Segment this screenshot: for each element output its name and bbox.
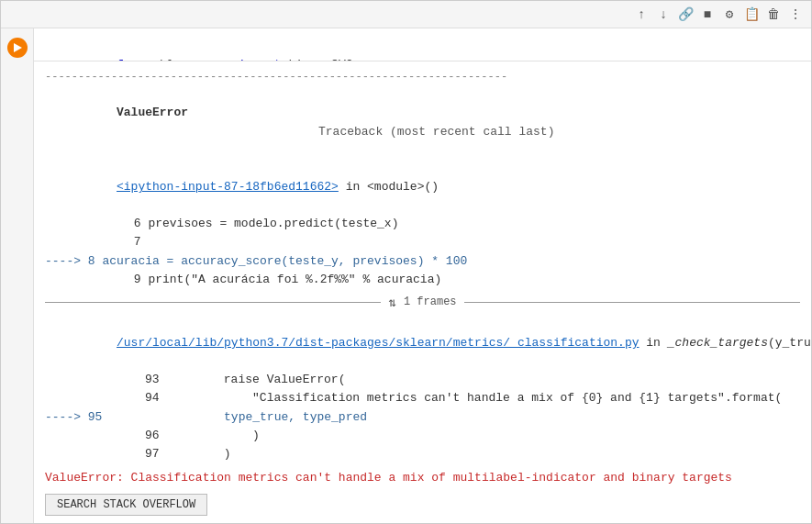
file-path-line: /usr/local/lib/python3.7/dist-packages/s… [45, 316, 800, 371]
input-link[interactable]: <ipython-input-87-18fb6ed11662> [117, 180, 339, 194]
error-section: ----------------------------------------… [34, 61, 811, 523]
tb-line7: 7 [45, 233, 800, 251]
fn-name: _check_targets [668, 336, 768, 350]
frames-row: ⇅ 1 frames [45, 295, 800, 310]
file-path-link[interactable]: /usr/local/lib/python3.7/dist-packages/s… [117, 336, 640, 350]
code-line-1: from sklearn.svm import LinearSVC [45, 38, 800, 61]
input-link-line: <ipython-input-87-18fb6ed11662> in <modu… [45, 160, 800, 215]
traceback-label: Traceback (most recent call last) [117, 125, 554, 139]
frames-line-left [45, 302, 381, 303]
fn-args: (y_true, y_pred) [768, 336, 811, 350]
move-up-icon[interactable]: ↑ [633, 6, 650, 23]
tb-line94: 94 "Classification metrics can't handle … [45, 389, 800, 407]
cell-content: from sklearn.svm import LinearSVC from s… [1, 28, 811, 523]
cell-toolbar: ↑ ↓ 🔗 ■ ⚙ 📋 🗑 ⋮ [1, 1, 811, 28]
code-area: from sklearn.svm import LinearSVC from s… [34, 28, 811, 61]
notebook-cell: ↑ ↓ 🔗 ■ ⚙ 📋 🗑 ⋮ from sklearn.svm import … [0, 0, 812, 524]
error-type: ValueError [117, 106, 188, 119]
search-stack-overflow-button[interactable]: SEARCH STACK OVERFLOW [45, 494, 207, 516]
tb-line93: 93 raise ValueError( [45, 371, 800, 389]
in-fn-text: in [640, 336, 668, 350]
in-module-text: in <module>() [339, 180, 439, 194]
tb-arrow8: ----> 8 acuracia = accuracy_score(teste_… [45, 252, 800, 271]
link-icon[interactable]: 🔗 [677, 6, 694, 23]
frames-count: 1 frames [404, 295, 457, 308]
dashes-line: ----------------------------------------… [45, 69, 800, 86]
error-header-line: ValueError Traceback (most recent call l… [45, 85, 800, 160]
tb-line97: 97 ) [45, 445, 800, 463]
tb-arrow95: ----> 95 type_true, type_pred [45, 408, 800, 427]
gear-icon[interactable]: ⚙ [721, 6, 738, 23]
copy-icon[interactable]: 📋 [743, 6, 760, 23]
final-error: ValueError: Classification metrics can't… [45, 471, 800, 485]
run-col [1, 28, 34, 523]
trash-icon[interactable]: 🗑 [765, 6, 782, 23]
move-down-icon[interactable]: ↓ [655, 6, 672, 23]
more-icon[interactable]: ⋮ [787, 6, 804, 23]
stop-icon[interactable]: ■ [699, 6, 716, 23]
frames-arrows-icon: ⇅ [388, 295, 395, 310]
frames-line-right [464, 302, 800, 303]
tb-line9: 9 print("A acurácia foi %.2f%%" % acurac… [45, 271, 800, 289]
tb-line96: 96 ) [45, 427, 800, 445]
run-button[interactable] [7, 38, 28, 58]
tb-line6: 6 previsoes = modelo.predict(teste_x) [45, 215, 800, 233]
